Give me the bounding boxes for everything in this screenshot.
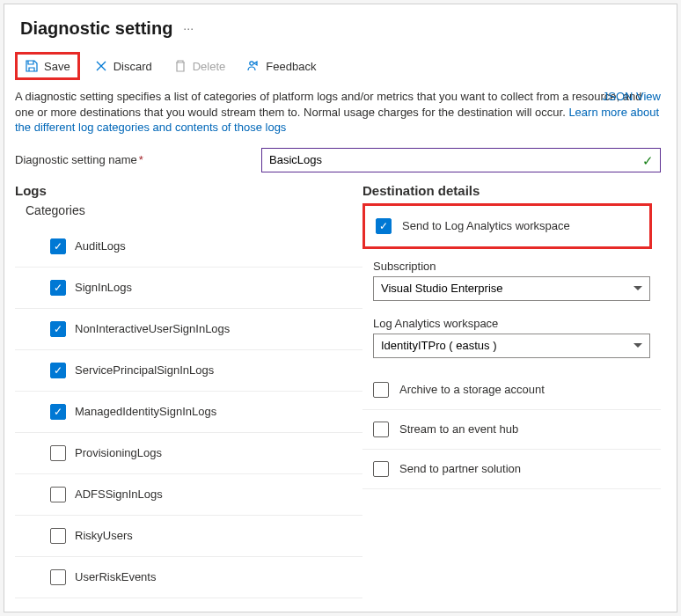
log-category-checkbox[interactable]	[50, 238, 66, 254]
log-category-label: ServicePrincipalSignInLogs	[75, 363, 214, 377]
more-icon[interactable]: ···	[183, 21, 194, 35]
feedback-button[interactable]: Feedback	[239, 55, 323, 77]
log-category-label: ADFSSignInLogs	[75, 488, 163, 501]
log-category-row[interactable]: SignInLogs	[15, 268, 362, 309]
log-category-checkbox[interactable]	[50, 487, 66, 502]
workspace-select[interactable]	[373, 334, 650, 358]
delete-label: Delete	[193, 60, 226, 73]
log-category-row[interactable]: ManagedIdentitySignInLogs	[15, 392, 362, 433]
valid-icon: ✓	[642, 153, 654, 169]
log-category-label: ManagedIdentitySignInLogs	[75, 405, 216, 418]
workspace-label: Log Analytics workspace	[373, 317, 650, 330]
categories-label: Categories	[26, 203, 362, 217]
diagnostic-setting-panel: Diagnostic setting ··· Save Discard Dele…	[4, 4, 677, 612]
log-category-checkbox[interactable]	[50, 445, 66, 461]
stream-label: Stream to an event hub	[399, 422, 518, 436]
json-view-link[interactable]: JSON View	[603, 89, 661, 105]
send-law-box: Send to Log Analytics workspace	[362, 203, 652, 249]
name-label: Diagnostic setting name*	[15, 153, 254, 166]
logs-heading: Logs	[15, 183, 362, 198]
name-row: Diagnostic setting name* ✓	[4, 141, 677, 180]
name-input-wrap: ✓	[261, 148, 661, 172]
log-categories-list: AuditLogsSignInLogsNonInteractiveUserSig…	[15, 226, 362, 598]
logs-column: Logs Categories AuditLogsSignInLogsNonIn…	[15, 183, 362, 598]
subscription-label: Subscription	[373, 260, 650, 273]
save-button[interactable]: Save	[15, 52, 80, 80]
description-text: A diagnostic setting specifies a list of…	[15, 90, 641, 119]
discard-label: Discard	[114, 60, 152, 73]
log-category-checkbox[interactable]	[50, 363, 66, 378]
archive-checkbox[interactable]	[373, 382, 389, 398]
log-category-label: AuditLogs	[75, 239, 126, 253]
partner-option[interactable]: Send to partner solution	[362, 450, 661, 489]
delete-button: Delete	[166, 55, 233, 77]
subscription-select[interactable]	[373, 276, 650, 301]
required-asterisk: *	[139, 153, 143, 166]
discard-button[interactable]: Discard	[87, 55, 159, 77]
log-category-row[interactable]: UserRiskEvents	[15, 557, 362, 598]
log-category-row[interactable]: NonInteractiveUserSignInLogs	[15, 309, 362, 350]
partner-label: Send to partner solution	[399, 462, 521, 475]
log-category-checkbox[interactable]	[50, 569, 66, 585]
send-law-option[interactable]: Send to Log Analytics workspace	[376, 216, 639, 236]
save-label: Save	[44, 60, 70, 73]
send-law-label: Send to Log Analytics workspace	[402, 219, 570, 232]
log-category-label: RiskyUsers	[75, 529, 133, 542]
log-category-label: NonInteractiveUserSignInLogs	[75, 322, 230, 335]
destination-heading: Destination details	[362, 183, 661, 198]
name-label-text: Diagnostic setting name	[15, 153, 137, 166]
feedback-icon	[246, 59, 260, 73]
log-category-row[interactable]: ADFSSignInLogs	[15, 474, 362, 516]
discard-icon	[94, 59, 108, 73]
archive-label: Archive to a storage account	[399, 383, 545, 396]
destination-column: Destination details Send to Log Analytic…	[362, 183, 661, 598]
partner-checkbox[interactable]	[373, 461, 389, 477]
log-category-checkbox[interactable]	[50, 404, 66, 420]
columns: Logs Categories AuditLogsSignInLogsNonIn…	[4, 180, 677, 598]
send-law-checkbox[interactable]	[376, 218, 392, 234]
diagnostic-name-input[interactable]	[261, 148, 661, 172]
log-category-checkbox[interactable]	[50, 528, 66, 544]
log-category-label: ProvisioningLogs	[75, 446, 162, 459]
log-category-checkbox[interactable]	[50, 321, 66, 337]
subscription-field: Subscription	[362, 256, 661, 313]
log-category-label: SignInLogs	[75, 281, 132, 294]
log-category-row[interactable]: RiskyUsers	[15, 516, 362, 557]
stream-checkbox[interactable]	[373, 422, 389, 437]
delete-icon	[173, 59, 187, 73]
close-icon[interactable]	[654, 17, 661, 40]
log-category-row[interactable]: ServicePrincipalSignInLogs	[15, 350, 362, 392]
workspace-field: Log Analytics workspace	[362, 313, 661, 370]
toolbar: Save Discard Delete Feedback	[4, 47, 677, 89]
stream-option[interactable]: Stream to an event hub	[362, 410, 661, 450]
log-category-row[interactable]: AuditLogs	[15, 226, 362, 268]
save-icon	[25, 59, 39, 73]
page-title: Diagnostic setting	[20, 18, 172, 39]
log-category-row[interactable]: ProvisioningLogs	[15, 433, 362, 474]
log-category-checkbox[interactable]	[50, 280, 66, 296]
log-category-label: UserRiskEvents	[75, 570, 156, 583]
description-block: JSON View A diagnostic setting specifies…	[4, 89, 677, 141]
archive-option[interactable]: Archive to a storage account	[362, 370, 661, 410]
svg-point-0	[250, 62, 253, 65]
feedback-label: Feedback	[266, 60, 316, 73]
panel-header: Diagnostic setting ···	[4, 4, 677, 47]
